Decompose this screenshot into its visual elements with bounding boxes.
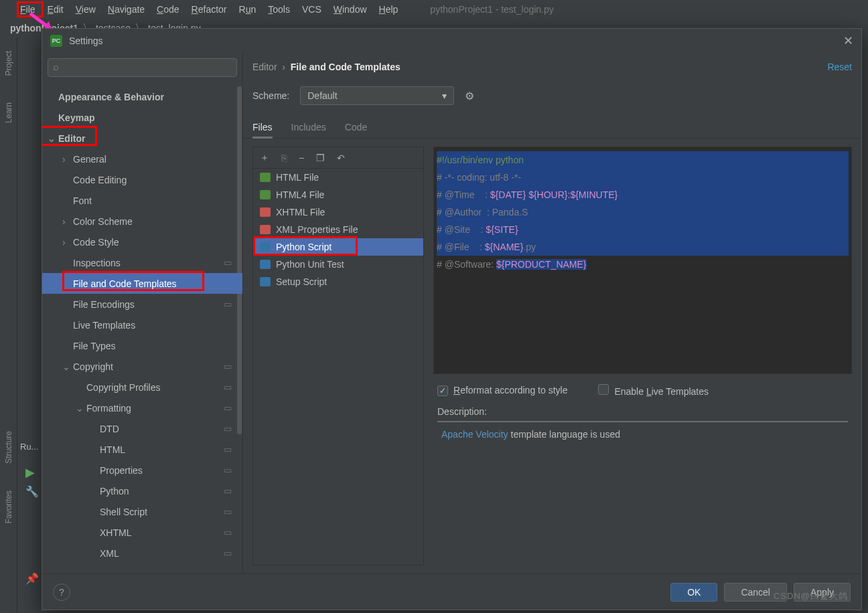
tool-structure[interactable]: Structure (4, 431, 13, 464)
tree-file-encodings[interactable]: File Encodings▭ (42, 294, 242, 315)
main-menu-bar: File Edit View Navigate Code Refactor Ru… (0, 0, 868, 19)
tree-file-types[interactable]: File Types (42, 335, 242, 356)
settings-dialog: PC Settings ✕ Appearance & Behavior Keym… (42, 28, 862, 610)
scope-icon: ▭ (224, 527, 232, 537)
tpl-html4-file[interactable]: HTML4 File (253, 186, 423, 203)
tree-html[interactable]: HTML▭ (42, 439, 242, 460)
tree-general[interactable]: ›General (42, 149, 242, 169)
ok-button[interactable]: OK (670, 583, 717, 602)
tree-xml[interactable]: XML▭ (42, 543, 242, 563)
window-context-title: pythonProject1 - test_login.py (430, 4, 553, 15)
wrench-icon[interactable]: 🔧 (25, 485, 39, 498)
menu-help[interactable]: Help (379, 4, 399, 15)
tool-learn[interactable]: Learn (4, 102, 13, 123)
html-file-icon (260, 190, 271, 199)
copy-template-icon[interactable]: ⎘ (281, 153, 287, 163)
menu-view[interactable]: View (76, 4, 96, 15)
tree-font[interactable]: Font (42, 190, 242, 211)
description-label: Description: (433, 402, 852, 420)
tool-favorites[interactable]: Favorites (4, 491, 13, 523)
xhtml-file-icon (260, 207, 271, 217)
description-box: Apache Velocity template language is use… (437, 421, 848, 565)
tree-editor[interactable]: ⌄Editor (42, 128, 242, 149)
tpl-python-script[interactable]: Python Script (253, 238, 423, 256)
pin-icon[interactable]: 📌 (25, 572, 39, 585)
menu-window[interactable]: Window (334, 4, 367, 15)
scheme-label: Scheme: (252, 90, 289, 101)
tree-copyright[interactable]: ⌄Copyright▭ (42, 356, 242, 377)
scope-icon: ▭ (224, 507, 232, 517)
tree-file-templates[interactable]: File and Code Templates (42, 273, 242, 294)
tree-python[interactable]: Python▭ (42, 480, 242, 501)
reformat-checkbox[interactable]: Reformat according to style (437, 385, 567, 396)
menu-vcs[interactable]: VCS (302, 4, 321, 15)
scheme-select[interactable]: Default▾ (300, 86, 454, 105)
tree-formatting[interactable]: ⌄Formatting▭ (42, 398, 242, 418)
menu-refactor[interactable]: Refactor (192, 4, 227, 15)
add-icon[interactable]: ＋ (260, 152, 269, 164)
tree-xhtml[interactable]: XHTML▭ (42, 522, 242, 543)
watermark: CSDN@白金大鸽 (774, 590, 848, 602)
chevron-down-icon: ▾ (442, 90, 447, 101)
apache-velocity-link[interactable]: Apache Velocity (441, 429, 508, 440)
tree-dtd[interactable]: DTD▭ (42, 418, 242, 439)
tool-project[interactable]: Project (4, 51, 13, 76)
scope-icon: ▭ (224, 486, 232, 496)
reset-link[interactable]: Reset (827, 62, 852, 72)
help-icon[interactable]: ? (53, 584, 70, 601)
scope-icon: ▭ (224, 382, 232, 392)
menu-run[interactable]: Run (239, 4, 257, 15)
python-file-icon (260, 260, 271, 269)
tab-files[interactable]: Files (252, 122, 273, 139)
pycharm-icon: PC (50, 35, 62, 47)
tree-inspections[interactable]: Inspections▭ (42, 252, 242, 273)
scope-icon: ▭ (224, 258, 232, 268)
scope-icon: ▭ (224, 444, 232, 454)
tree-appearance[interactable]: Appearance & Behavior (42, 86, 242, 107)
xml-file-icon (260, 225, 271, 234)
scope-icon: ▭ (224, 548, 232, 558)
revert-icon[interactable]: ↶ (337, 153, 345, 163)
scope-icon: ▭ (224, 465, 232, 475)
tree-shell[interactable]: Shell Script▭ (42, 501, 242, 522)
tree-live-templates[interactable]: Live Templates (42, 315, 242, 335)
scope-icon: ▭ (224, 403, 232, 413)
duplicate-icon[interactable]: ❐ (316, 153, 325, 163)
tpl-xhtml-file[interactable]: XHTML File (253, 203, 423, 221)
tree-code-style[interactable]: ›Code Style (42, 232, 242, 252)
tpl-html-file[interactable]: HTML File (253, 169, 423, 186)
left-tool-strip: Project Learn Structure Favorites (0, 37, 17, 613)
run-toolwindow-label[interactable]: Ru... (20, 442, 38, 452)
tab-code[interactable]: Code (345, 122, 367, 138)
scope-icon: ▭ (224, 424, 232, 434)
tree-keymap[interactable]: Keymap (42, 107, 242, 128)
tree-copyright-profiles[interactable]: Copyright Profiles▭ (42, 377, 242, 398)
template-editor[interactable]: #!/usr/bin/env python # -*- coding: utf-… (433, 147, 852, 374)
tree-color-scheme[interactable]: ›Color Scheme (42, 211, 242, 232)
scope-icon: ▭ (224, 361, 232, 371)
enable-live-checkbox[interactable]: Enable Live Templates (598, 384, 709, 397)
tpl-setup-script[interactable]: Setup Script (253, 273, 423, 290)
template-list: HTML File HTML4 File XHTML File XML Prop… (253, 169, 423, 565)
menu-tools[interactable]: Tools (268, 4, 290, 15)
run-play-icon[interactable]: ▶ (25, 465, 35, 480)
tree-properties[interactable]: Properties▭ (42, 460, 242, 480)
python-file-icon (260, 277, 271, 286)
settings-search-input[interactable] (48, 58, 237, 77)
html-file-icon (260, 173, 271, 182)
settings-tree: Appearance & Behavior Keymap ⌄Editor ›Ge… (42, 82, 242, 574)
gear-icon[interactable]: ⚙ (465, 90, 474, 102)
remove-icon[interactable]: − (299, 153, 304, 163)
tab-includes[interactable]: Includes (291, 122, 326, 138)
close-icon[interactable]: ✕ (843, 33, 853, 48)
menu-code[interactable]: Code (157, 4, 179, 15)
scope-icon: ▭ (224, 299, 232, 309)
tree-code-editing[interactable]: Code Editing (42, 169, 242, 190)
tpl-python-unit[interactable]: Python Unit Test (253, 256, 423, 273)
breadcrumb-path: Editor › File and Code Templates (252, 62, 401, 72)
menu-navigate[interactable]: Navigate (108, 4, 145, 15)
settings-title: Settings (69, 35, 103, 46)
